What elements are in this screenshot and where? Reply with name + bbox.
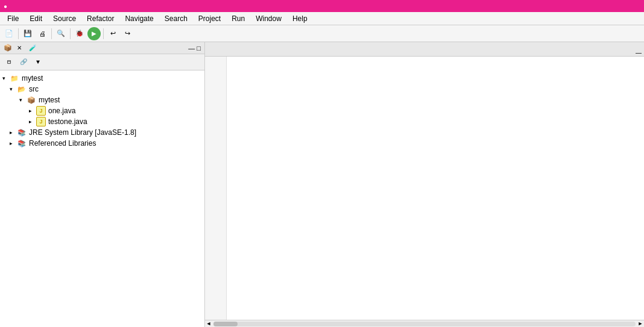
- tree-node-icon-1: 📂: [17, 84, 27, 94]
- tree-item-3[interactable]: ▸Jone.java: [0, 105, 204, 116]
- code-editor: [205, 57, 644, 320]
- toolbar: 📄 💾 🖨 🔍 🐞 ▶ ↩ ↪: [0, 25, 644, 42]
- titlebar: ●: [0, 0, 644, 12]
- tree-arrow-1[interactable]: ▾: [10, 86, 17, 92]
- menu-item-project[interactable]: Project: [194, 13, 226, 24]
- scroll-right-btn[interactable]: ▶: [637, 320, 644, 327]
- editor-minimize-btn[interactable]: —: [636, 49, 642, 56]
- tree-arrow-2[interactable]: ▾: [19, 97, 27, 103]
- junit-icon: 🧪: [29, 45, 36, 51]
- panel-header-icons: — □: [188, 45, 201, 52]
- tree-node-label-2: mytest: [39, 96, 60, 104]
- tree-arrow-3[interactable]: ▸: [29, 108, 36, 114]
- redo-btn[interactable]: ↪: [121, 27, 134, 40]
- sep1: [18, 28, 19, 39]
- explorer-tree: ▾📁mytest▾📂src▾📦mytest▸Jone.java▸Jtestone…: [0, 70, 204, 327]
- package-explorer-panel: 📦 ✕ 🧪 — □ ⊟ 🔗 ▼ ▾📁mytest▾📂src▾📦mytest▸Jo…: [0, 42, 205, 327]
- new-btn[interactable]: 📄: [2, 27, 16, 40]
- tree-item-5[interactable]: ▸📚JRE System Library [JavaSE-1.8]: [0, 127, 204, 138]
- maximize-panel-btn[interactable]: □: [197, 45, 201, 52]
- tree-item-6[interactable]: ▸📚Referenced Libraries: [0, 138, 204, 149]
- package-explorer-icon: 📦: [4, 44, 12, 52]
- minimize-panel-btn[interactable]: —: [188, 45, 195, 52]
- horizontal-scrollbar[interactable]: ◀ ▶: [205, 320, 644, 327]
- debug-btn[interactable]: 🐞: [73, 27, 86, 40]
- main-layout: 📦 ✕ 🧪 — □ ⊟ 🔗 ▼ ▾📁mytest▾📂src▾📦mytest▸Jo…: [0, 42, 644, 327]
- sep3: [70, 28, 71, 39]
- print-btn[interactable]: 🖨: [36, 27, 49, 40]
- menu-item-search[interactable]: Search: [160, 13, 192, 24]
- tree-node-icon-4: J: [36, 117, 46, 126]
- tree-node-label-0: mytest: [22, 74, 43, 83]
- tree-item-1[interactable]: ▾📂src: [0, 84, 204, 95]
- tree-node-icon-3: J: [36, 106, 46, 116]
- menu-item-edit[interactable]: Edit: [25, 13, 47, 24]
- tree-arrow-0[interactable]: ▾: [2, 75, 10, 81]
- menu-item-file[interactable]: File: [2, 13, 24, 24]
- menu-item-run[interactable]: Run: [227, 13, 250, 24]
- menu-item-source[interactable]: Source: [48, 13, 81, 24]
- sidebar-header: 📦 ✕ 🧪 — □: [0, 42, 204, 54]
- tree-arrow-4[interactable]: ▸: [29, 119, 36, 125]
- scroll-track[interactable]: [213, 322, 636, 326]
- tree-node-label-3: one.java: [48, 107, 75, 115]
- undo-btn[interactable]: ↩: [106, 27, 119, 40]
- save-btn[interactable]: 💾: [21, 27, 34, 40]
- tree-node-icon-2: 📦: [27, 95, 36, 105]
- menu-item-help[interactable]: Help: [288, 13, 312, 24]
- run-btn[interactable]: ▶: [87, 27, 101, 40]
- scroll-thumb[interactable]: [213, 322, 238, 326]
- tree-node-icon-6: 📚: [17, 139, 27, 148]
- editor-area: — ◀ ▶: [205, 42, 644, 327]
- sidebar-toolbar: ⊟ 🔗 ▼: [0, 54, 204, 70]
- collapse-all-btn[interactable]: ⊟: [2, 55, 16, 69]
- tree-node-label-6: Referenced Libraries: [29, 139, 96, 148]
- tree-item-2[interactable]: ▾📦mytest: [0, 95, 204, 105]
- search-btn[interactable]: 🔍: [54, 27, 68, 40]
- menubar: FileEditSourceRefactorNavigateSearchProj…: [0, 12, 644, 25]
- sep4: [103, 28, 104, 39]
- tree-item-4[interactable]: ▸Jtestone.java: [0, 116, 204, 127]
- scroll-left-btn[interactable]: ◀: [205, 320, 212, 327]
- tree-arrow-5[interactable]: ▸: [10, 129, 17, 135]
- link-editor-btn[interactable]: 🔗: [17, 55, 30, 69]
- tree-item-0[interactable]: ▾📁mytest: [0, 73, 204, 84]
- menu-item-window[interactable]: Window: [251, 13, 286, 24]
- line-numbers: [205, 57, 227, 320]
- tree-node-label-1: src: [29, 85, 39, 93]
- view-menu-btn[interactable]: ▼: [31, 55, 45, 69]
- tree-node-icon-5: 📚: [17, 128, 27, 137]
- tree-arrow-6[interactable]: ▸: [10, 140, 17, 146]
- tree-node-icon-0: 📁: [10, 73, 19, 83]
- tree-node-label-4: testone.java: [48, 117, 87, 126]
- menu-item-refactor[interactable]: Refactor: [82, 13, 119, 24]
- sep2: [51, 28, 52, 39]
- app-icon: ●: [4, 3, 7, 10]
- panel-close-icon[interactable]: ✕: [17, 45, 22, 51]
- menu-item-navigate[interactable]: Navigate: [120, 13, 158, 24]
- code-content[interactable]: [227, 57, 644, 320]
- editor-tabs: —: [205, 42, 644, 57]
- tree-node-label-5: JRE System Library [JavaSE-1.8]: [29, 128, 136, 137]
